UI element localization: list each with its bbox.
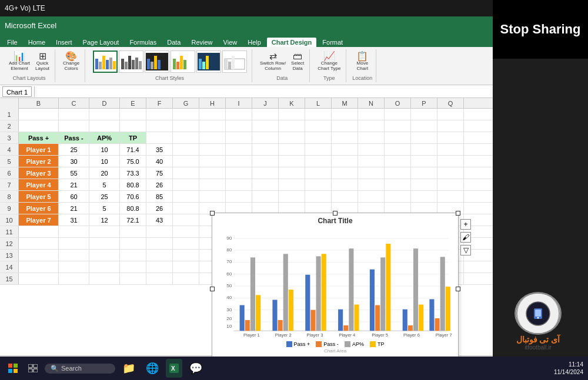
cell-b10[interactable]: Player 7 xyxy=(19,214,59,226)
cell-l2[interactable] xyxy=(305,120,332,132)
cell-f7[interactable]: 26 xyxy=(146,179,173,190)
cell-o1[interactable] xyxy=(385,109,411,120)
cell-c8[interactable]: 60 xyxy=(59,191,89,202)
cell-d6[interactable]: 20 xyxy=(89,167,120,179)
chart-style-1[interactable] xyxy=(93,51,118,73)
cell-h1[interactable] xyxy=(199,109,226,120)
change-chart-type-btn[interactable]: 📈 ChangeChart Type xyxy=(316,51,342,73)
col-header-j[interactable]: J xyxy=(252,98,279,108)
cell-f6[interactable]: 75 xyxy=(146,167,173,179)
tab-insert[interactable]: Insert xyxy=(51,38,77,47)
col-header-e[interactable]: E xyxy=(120,98,146,108)
cell-j7[interactable] xyxy=(252,179,279,190)
cell-o7[interactable] xyxy=(385,179,411,190)
cell-q8[interactable] xyxy=(437,191,464,202)
cell-i6[interactable] xyxy=(226,167,252,179)
tab-format[interactable]: Format xyxy=(318,38,348,47)
change-colors-btn[interactable]: 🎨 ChangeColors xyxy=(61,51,81,73)
cell-g9[interactable] xyxy=(173,203,199,214)
col-header-q[interactable]: Q xyxy=(437,98,464,108)
cell-h8[interactable] xyxy=(199,191,226,202)
cell-q4[interactable] xyxy=(437,144,464,155)
cell-k2[interactable] xyxy=(279,120,305,132)
chart-handle-tl[interactable] xyxy=(210,211,215,216)
cell-m7[interactable] xyxy=(332,179,358,190)
cell-b7[interactable]: Player 4 xyxy=(19,179,59,190)
cell-o8[interactable] xyxy=(385,191,411,202)
cell-n1[interactable] xyxy=(358,109,385,120)
cell-d2[interactable] xyxy=(89,120,120,132)
chart-handle-ml[interactable] xyxy=(210,287,215,291)
cell-c9[interactable]: 21 xyxy=(59,203,89,214)
cell-d5[interactable]: 10 xyxy=(89,156,120,167)
cell-e3-header[interactable]: TP xyxy=(120,132,146,143)
cell-m2[interactable] xyxy=(332,120,358,132)
cell-f5[interactable]: 40 xyxy=(146,156,173,167)
taskview-btn[interactable] xyxy=(25,359,41,378)
cell-d10[interactable]: 12 xyxy=(89,214,120,226)
cell-k3[interactable] xyxy=(279,132,305,143)
col-header-b[interactable]: B xyxy=(19,98,59,108)
cell-e9[interactable]: 80.8 xyxy=(120,203,146,214)
cell-m4[interactable] xyxy=(332,144,358,155)
cell-g2[interactable] xyxy=(173,120,199,132)
cell-j5[interactable] xyxy=(252,156,279,167)
cell-j4[interactable] xyxy=(252,144,279,155)
tab-help[interactable]: Help xyxy=(243,38,266,47)
cell-i1[interactable] xyxy=(226,109,252,120)
cell-k5[interactable] xyxy=(279,156,305,167)
cell-e6[interactable]: 73.3 xyxy=(120,167,146,179)
cell-f8[interactable]: 85 xyxy=(146,191,173,202)
cell-b6[interactable]: Player 3 xyxy=(19,167,59,179)
tab-data[interactable]: Data xyxy=(162,38,185,47)
cell-i3[interactable] xyxy=(226,132,252,143)
cell-p8[interactable] xyxy=(411,191,437,202)
col-header-p[interactable]: P xyxy=(411,98,437,108)
chart-add-icon[interactable]: + xyxy=(460,219,471,230)
cell-n3[interactable] xyxy=(358,132,385,143)
cell-j8[interactable] xyxy=(252,191,279,202)
col-header-i[interactable]: I xyxy=(226,98,252,108)
cell-k6[interactable] xyxy=(279,167,305,179)
cell-l7[interactable] xyxy=(305,179,332,190)
cell-g6[interactable] xyxy=(173,167,199,179)
cell-q7[interactable] xyxy=(437,179,464,190)
cell-e2[interactable] xyxy=(120,120,146,132)
cell-m6[interactable] xyxy=(332,167,358,179)
cell-n5[interactable] xyxy=(358,156,385,167)
cell-e4[interactable]: 71.4 xyxy=(120,144,146,155)
cell-m3[interactable] xyxy=(332,132,358,143)
cell-i8[interactable] xyxy=(226,191,252,202)
cell-e1[interactable] xyxy=(120,109,146,120)
chart-style-icon[interactable]: 🖌 xyxy=(460,232,471,243)
cell-g10[interactable] xyxy=(173,214,199,226)
cell-l5[interactable] xyxy=(305,156,332,167)
cell-h6[interactable] xyxy=(199,167,226,179)
col-header-k[interactable]: K xyxy=(279,98,305,108)
cell-c5[interactable]: 30 xyxy=(59,156,89,167)
chart-handle-tm[interactable] xyxy=(333,211,338,216)
cell-p5[interactable] xyxy=(411,156,437,167)
cell-d3-header[interactable]: AP% xyxy=(89,132,120,143)
chart-handle-tr[interactable] xyxy=(456,211,460,216)
cell-j6[interactable] xyxy=(252,167,279,179)
cell-q2[interactable] xyxy=(437,120,464,132)
col-header-m[interactable]: M xyxy=(332,98,358,108)
cell-j1[interactable] xyxy=(252,109,279,120)
cell-f2[interactable] xyxy=(146,120,173,132)
cell-c2[interactable] xyxy=(59,120,89,132)
cell-b3-header[interactable]: Pass + xyxy=(19,132,59,143)
cell-b8[interactable]: Player 5 xyxy=(19,191,59,202)
cell-g7[interactable] xyxy=(173,179,199,190)
chart-style-6[interactable] xyxy=(222,51,247,73)
cell-h5[interactable] xyxy=(199,156,226,167)
switch-row-col-btn[interactable]: ⇄ Switch Row/Column xyxy=(258,51,288,73)
col-header-c[interactable]: C xyxy=(59,98,89,108)
cell-h3[interactable] xyxy=(199,132,226,143)
edge-btn[interactable]: 🌐 xyxy=(142,359,162,378)
cell-h7[interactable] xyxy=(199,179,226,190)
tab-review[interactable]: Review xyxy=(186,38,217,47)
cell-p7[interactable] xyxy=(411,179,437,190)
stop-sharing-button[interactable]: Stop Sharing xyxy=(493,0,588,59)
tab-chart-design[interactable]: Chart Design xyxy=(267,38,316,47)
